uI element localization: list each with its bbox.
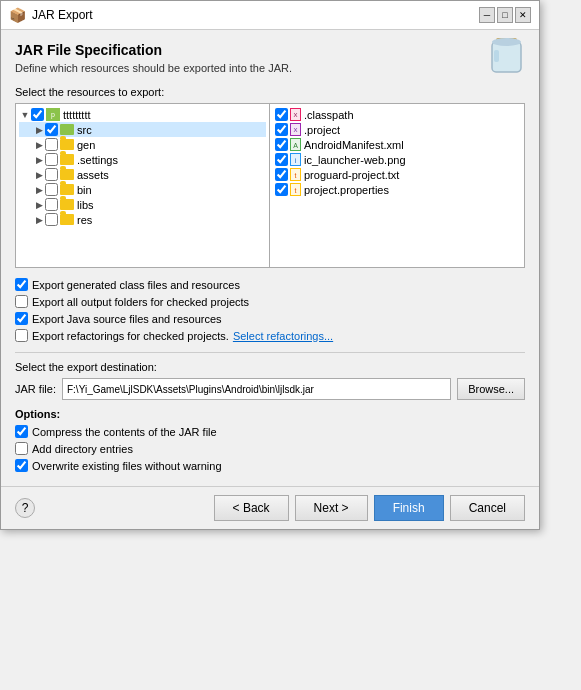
page-subtitle: Define which resources should be exporte… [15, 62, 525, 74]
file-iclauncher[interactable]: i ic_launcher-web.png [273, 152, 521, 167]
xml-icon: A [290, 138, 301, 151]
browse-button[interactable]: Browse... [457, 378, 525, 400]
cancel-button[interactable]: Cancel [450, 495, 525, 521]
compress-options: Options: Compress the contents of the JA… [15, 408, 525, 474]
gen-checkbox[interactable] [45, 138, 58, 151]
close-button[interactable]: ✕ [515, 7, 531, 23]
tree-item-libs[interactable]: ▶ libs [19, 197, 266, 212]
footer-right: < Back Next > Finish Cancel [214, 495, 525, 521]
src-label: src [77, 124, 92, 136]
tree-root[interactable]: ▼ p ttttttttt [19, 107, 266, 122]
projectprops-checkbox[interactable] [275, 183, 288, 196]
title-bar: 📦 JAR Export ─ □ ✕ [1, 1, 539, 30]
assets-checkbox[interactable] [45, 168, 58, 181]
jar-export-window: 📦 JAR Export ─ □ ✕ JAR File Specificatio… [0, 0, 540, 530]
export-refactor-row: Export refactorings for checked projects… [15, 327, 525, 344]
png-icon: i [290, 153, 301, 166]
tree-item-assets[interactable]: ▶ assets [19, 167, 266, 182]
compress-checkbox[interactable] [15, 425, 28, 438]
title-bar-buttons: ─ □ ✕ [479, 7, 531, 23]
export-java-checkbox[interactable] [15, 312, 28, 325]
classpath-checkbox[interactable] [275, 108, 288, 121]
export-class-label: Export generated class files and resourc… [32, 279, 240, 291]
chevron-right-icon: ▶ [33, 170, 45, 180]
window-title: JAR Export [32, 8, 93, 22]
classpath-icon: X [290, 108, 301, 121]
divider [15, 352, 525, 353]
res-checkbox[interactable] [45, 213, 58, 226]
chevron-right-icon: ▶ [33, 140, 45, 150]
projectprops-label: project.properties [304, 184, 389, 196]
tree-item-src[interactable]: ▶ src [19, 122, 266, 137]
help-button[interactable]: ? [15, 498, 35, 518]
proguard-label: proguard-project.txt [304, 169, 399, 181]
svg-rect-3 [494, 50, 499, 62]
file-pane: X .classpath X .project A AndroidManifes… [270, 104, 524, 267]
iclauncher-checkbox[interactable] [275, 153, 288, 166]
next-button[interactable]: Next > [295, 495, 368, 521]
libs-checkbox[interactable] [45, 198, 58, 211]
export-output-checkbox[interactable] [15, 295, 28, 308]
tree-item-gen[interactable]: ▶ gen [19, 137, 266, 152]
project-label: .project [304, 124, 340, 136]
content-area: JAR File Specification Define which reso… [1, 30, 539, 486]
folder-icon [60, 199, 74, 210]
gen-label: gen [77, 139, 95, 151]
androidmanifest-label: AndroidManifest.xml [304, 139, 404, 151]
destination-section-label: Select the export destination: [15, 361, 525, 373]
project-checkbox[interactable] [275, 123, 288, 136]
chevron-right-icon: ▶ [33, 200, 45, 210]
jar-path-input[interactable] [62, 378, 451, 400]
src-folder-icon [60, 124, 74, 135]
page-title: JAR File Specification [15, 42, 525, 58]
footer: ? < Back Next > Finish Cancel [1, 486, 539, 529]
folder-icon [60, 154, 74, 165]
tree-pane[interactable]: ▼ p ttttttttt ▶ src ▶ gen [16, 104, 270, 267]
settings-checkbox[interactable] [45, 153, 58, 166]
proguard-checkbox[interactable] [275, 168, 288, 181]
folder-icon [60, 139, 74, 150]
resources-section-label: Select the resources to export: [15, 86, 525, 98]
overwrite-checkbox[interactable] [15, 459, 28, 472]
file-proguard[interactable]: t proguard-project.txt [273, 167, 521, 182]
chevron-right-icon: ▶ [33, 125, 45, 135]
resource-panel: ▼ p ttttttttt ▶ src ▶ gen [15, 103, 525, 268]
window-icon: 📦 [9, 7, 26, 23]
src-checkbox[interactable] [45, 123, 58, 136]
jar-illustration [484, 30, 529, 83]
add-directory-checkbox[interactable] [15, 442, 28, 455]
androidmanifest-checkbox[interactable] [275, 138, 288, 151]
back-button[interactable]: < Back [214, 495, 289, 521]
tree-item-res[interactable]: ▶ res [19, 212, 266, 227]
file-classpath[interactable]: X .classpath [273, 107, 521, 122]
settings-label: .settings [77, 154, 118, 166]
overwrite-label: Overwrite existing files without warning [32, 460, 222, 472]
chevron-right-icon: ▶ [33, 215, 45, 225]
export-java-row: Export Java source files and resources [15, 310, 525, 327]
chevron-down-icon: ▼ [19, 110, 31, 120]
classpath-label: .classpath [304, 109, 354, 121]
svg-point-2 [492, 38, 521, 46]
tree-item-bin[interactable]: ▶ bin [19, 182, 266, 197]
file-androidmanifest[interactable]: A AndroidManifest.xml [273, 137, 521, 152]
options-label: Options: [15, 408, 525, 420]
bin-checkbox[interactable] [45, 183, 58, 196]
finish-button[interactable]: Finish [374, 495, 444, 521]
export-refactor-label: Export refactorings for checked projects… [32, 330, 229, 342]
jar-file-label: JAR file: [15, 383, 56, 395]
minimize-button[interactable]: ─ [479, 7, 495, 23]
select-refactorings-link[interactable]: Select refactorings... [233, 330, 333, 342]
destination-section: Select the export destination: JAR file:… [15, 361, 525, 400]
props-icon: t [290, 183, 301, 196]
tree-item-settings[interactable]: ▶ .settings [19, 152, 266, 167]
maximize-button[interactable]: □ [497, 7, 513, 23]
footer-left: ? [15, 498, 35, 518]
file-project[interactable]: X .project [273, 122, 521, 137]
root-checkbox[interactable] [31, 108, 44, 121]
export-refactor-checkbox[interactable] [15, 329, 28, 342]
add-directory-label: Add directory entries [32, 443, 133, 455]
txt-icon: t [290, 168, 301, 181]
export-class-checkbox[interactable] [15, 278, 28, 291]
overwrite-row: Overwrite existing files without warning [15, 457, 525, 474]
file-projectprops[interactable]: t project.properties [273, 182, 521, 197]
